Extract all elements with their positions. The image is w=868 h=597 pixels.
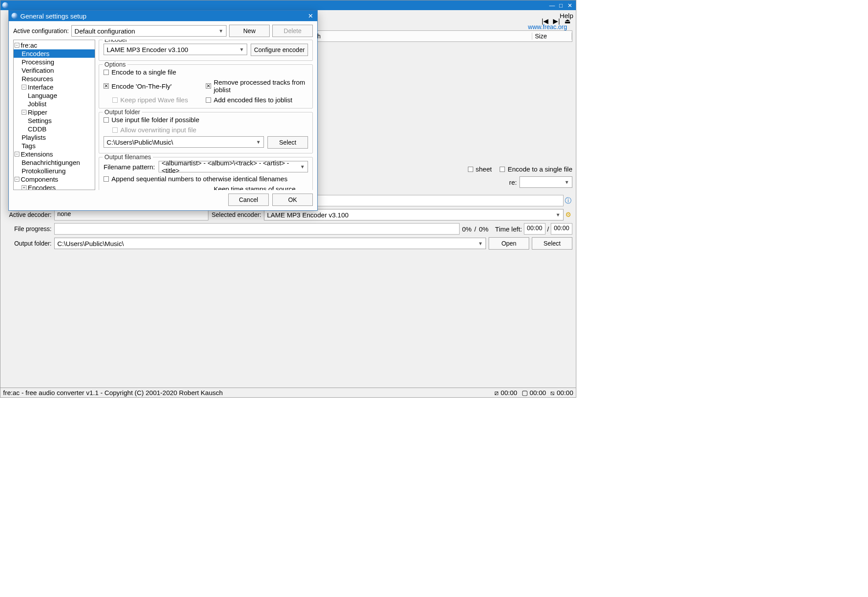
cue-sheet-checkbox[interactable]: sheet: [468, 165, 492, 173]
active-config-combo[interactable]: Default configuration▼: [71, 25, 226, 37]
tree-item-protokollierung[interactable]: Protokollierung: [14, 167, 95, 175]
status-icon-3: ⧅: [550, 389, 555, 397]
configure-encoder-button[interactable]: Configure encoder: [251, 44, 308, 56]
active-decoder-label: Active decoder:: [4, 211, 52, 218]
filename-pattern-combo[interactable]: <albumartist> - <album>\<track> - <artis…: [159, 161, 308, 172]
output-folder-value-main: C:\Users\Public\Music\: [57, 240, 124, 247]
filename-pattern-label: Filename pattern:: [104, 163, 155, 171]
add-encoded-checkbox[interactable]: Add encoded files to joblist: [206, 96, 308, 104]
progress-pct-1: 0%: [460, 225, 475, 233]
dialog-close-button[interactable]: ✕: [307, 12, 315, 19]
tree-toggle-icon[interactable]: −: [22, 85, 26, 90]
active-config-label: Active configuration:: [13, 27, 69, 34]
output-folder-value: C:\Users\Public\Music\: [107, 138, 173, 146]
encode-single-bg-checkbox[interactable]: Encode to a single file: [500, 165, 572, 173]
tree-item-tags[interactable]: Tags: [14, 142, 95, 150]
tree-item-resources[interactable]: Resources: [14, 75, 95, 83]
tree-item-settings[interactable]: Settings: [14, 116, 95, 125]
tree-toggle-icon[interactable]: −: [15, 43, 19, 48]
dialog-icon: [11, 13, 18, 19]
next-track-icon[interactable]: ▶|: [553, 17, 560, 25]
dialog-titlebar[interactable]: General settings setup ✕: [9, 11, 317, 21]
select-folder-button[interactable]: Select: [267, 136, 308, 149]
encode-single-bg-label: Encode to a single file: [508, 165, 572, 173]
app-icon: [2, 2, 8, 8]
ok-button[interactable]: OK: [272, 194, 313, 206]
filenames-group-title: Output filenames: [103, 153, 153, 160]
time-left-2: 00:00: [551, 223, 572, 235]
progress-bar: [54, 223, 460, 235]
minimize-button[interactable]: —: [548, 2, 556, 9]
filename-pattern-value: <albumartist> - <album>\<track> - <artis…: [162, 159, 300, 174]
tree-toggle-icon[interactable]: −: [15, 152, 19, 157]
tree-item-language[interactable]: Language: [14, 91, 95, 100]
time-left-1: 00:00: [524, 223, 545, 235]
delete-config-button: Delete: [272, 25, 313, 37]
settings-tree[interactable]: −fre:ac Encoders Processing Verification…: [13, 40, 95, 190]
output-folder-group: Output folder Use input file folder if p…: [99, 112, 313, 153]
tree-item-components[interactable]: −Components: [14, 175, 95, 183]
tree-item-benachrichtigungen[interactable]: Benachrichtigungen: [14, 158, 95, 167]
status-time-3: 00:00: [556, 389, 573, 396]
keep-timestamps-checkbox[interactable]: Keep time stamps of source files: [206, 185, 308, 190]
use-input-folder-checkbox[interactable]: Use input file folder if possible: [104, 116, 308, 123]
tree-item-verification[interactable]: Verification: [14, 66, 95, 75]
tree-item-freac[interactable]: −fre:ac: [14, 41, 95, 49]
slash-2: /: [545, 225, 551, 233]
filenames-group: Output filenames Filename pattern: <albu…: [99, 157, 313, 190]
main-titlebar[interactable]: — □ ✕: [0, 0, 576, 10]
select-folder-button-main[interactable]: Select: [532, 237, 572, 250]
encoder-settings-icon[interactable]: ⚙: [564, 211, 572, 219]
tree-toggle-icon[interactable]: −: [15, 177, 19, 182]
genre-combo[interactable]: ▼: [519, 176, 572, 188]
append-seq-checkbox[interactable]: Append sequential numbers to otherwise i…: [104, 175, 308, 183]
encoder-group-title: Encoder: [103, 40, 129, 43]
tree-item-processing[interactable]: Processing: [14, 58, 95, 66]
output-folder-group-title: Output folder: [103, 108, 142, 116]
tree-item-joblist[interactable]: Joblist: [14, 100, 95, 108]
on-the-fly-checkbox[interactable]: ✕Encode 'On-The-Fly': [104, 78, 206, 93]
keep-wave-checkbox: Keep ripped Wave files: [104, 96, 206, 104]
new-config-button[interactable]: New: [229, 25, 270, 37]
output-folder-label-main: Output folder:: [4, 240, 52, 247]
open-folder-button[interactable]: Open: [489, 237, 529, 250]
output-folder-combo-main[interactable]: C:\Users\Public\Music\▼: [54, 238, 486, 249]
allow-overwrite-checkbox: Allow overwriting input file: [104, 126, 308, 134]
tree-item-playlists[interactable]: Playlists: [14, 133, 95, 142]
allow-unicode-checkbox[interactable]: ✕Allow Unicode characters: [104, 185, 206, 190]
col-size[interactable]: Size: [532, 33, 572, 40]
encoder-group: Encoder LAME MP3 Encoder v3.100▼ Configu…: [99, 40, 313, 61]
status-bar: fre:ac - free audio converter v1.1 - Cop…: [0, 388, 576, 397]
tree-item-extensions[interactable]: −Extensions: [14, 150, 95, 158]
encoder-value: LAME MP3 Encoder v3.100: [107, 46, 188, 53]
output-folder-combo[interactable]: C:\Users\Public\Music\▼: [104, 136, 264, 148]
close-button[interactable]: ✕: [565, 2, 574, 9]
prev-track-icon[interactable]: |◀: [542, 17, 549, 25]
encode-single-checkbox[interactable]: Encode to a single file: [104, 68, 206, 76]
maximize-button[interactable]: □: [556, 2, 565, 9]
col-length[interactable]: th: [313, 33, 532, 40]
active-config-value: Default configuration: [74, 27, 135, 35]
eject-icon[interactable]: ⏏: [564, 17, 571, 25]
tree-toggle-icon[interactable]: −: [22, 110, 26, 115]
status-icon-1: ⧄: [494, 389, 499, 397]
file-progress-label: File progress:: [4, 225, 52, 232]
dialog-title: General settings setup: [20, 12, 86, 20]
encoder-combo[interactable]: LAME MP3 Encoder v3.100▼: [104, 44, 247, 55]
tree-item-ripper[interactable]: −Ripper: [14, 108, 95, 116]
tree-item-cddb[interactable]: CDDB: [14, 125, 95, 133]
tree-item-interface[interactable]: −Interface: [14, 83, 95, 91]
cue-sheet-label: sheet: [476, 165, 492, 173]
options-group-title: Options: [103, 61, 127, 68]
tree-item-encoders[interactable]: Encoders: [14, 49, 95, 58]
settings-dialog: General settings setup ✕ Active configur…: [8, 10, 318, 211]
tree-toggle-icon[interactable]: +: [22, 185, 26, 190]
selected-encoder-value: LAME MP3 Encoder v3.100: [267, 211, 349, 219]
options-group: Options Encode to a single file ✕Encode …: [99, 64, 313, 108]
cancel-button[interactable]: Cancel: [228, 194, 269, 206]
filter-info-icon[interactable]: ⓘ: [564, 197, 572, 205]
status-text: fre:ac - free audio converter v1.1 - Cop…: [3, 389, 223, 396]
genre-label: re:: [509, 179, 517, 186]
tree-item-comp-encoders[interactable]: +Encoders: [14, 183, 95, 190]
remove-processed-checkbox[interactable]: ✕Remove processed tracks from joblist: [206, 78, 308, 93]
